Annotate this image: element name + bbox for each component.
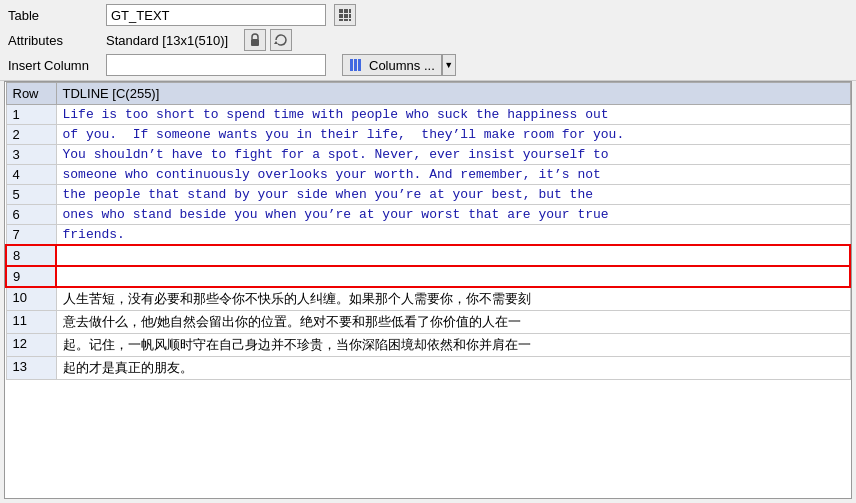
svg-rect-4 xyxy=(344,14,348,18)
row-number: 2 xyxy=(6,125,56,145)
row-content: someone who continuously overlooks your … xyxy=(56,165,850,185)
row-content xyxy=(56,266,850,287)
row-number: 5 xyxy=(6,185,56,205)
table-row: 10人生苦短，没有必要和那些令你不快乐的人纠缠。如果那个人需要你，你不需要刻 xyxy=(6,287,850,311)
lock-icon[interactable] xyxy=(244,29,266,51)
row-number: 1 xyxy=(6,105,56,125)
svg-rect-13 xyxy=(358,59,361,71)
attributes-value: Standard [13x1(510)] xyxy=(106,33,228,48)
row-number: 12 xyxy=(6,334,56,357)
svg-rect-9 xyxy=(251,39,259,46)
row-number: 10 xyxy=(6,287,56,311)
svg-rect-3 xyxy=(339,14,343,18)
refresh-icon[interactable] xyxy=(270,29,292,51)
table-row: Table xyxy=(8,4,848,26)
table-row: 8 xyxy=(6,245,850,266)
insert-column-input[interactable] xyxy=(106,54,326,76)
row-content: friends. xyxy=(56,225,850,246)
row-number: 3 xyxy=(6,145,56,165)
svg-rect-1 xyxy=(344,9,348,13)
svg-rect-7 xyxy=(344,19,348,21)
row-number: 9 xyxy=(6,266,56,287)
attributes-label: Attributes xyxy=(8,33,98,48)
row-content: 起。记住，一帆风顺时守在自己身边并不珍贵，当你深陷困境却依然和你并肩在一 xyxy=(56,334,850,357)
row-content xyxy=(56,245,850,266)
table-input[interactable] xyxy=(106,4,326,26)
table-body: 1Life is too short to spend time with pe… xyxy=(6,105,850,380)
data-table: Row TDLINE [C(255)] 1Life is too short t… xyxy=(5,82,851,380)
row-number: 8 xyxy=(6,245,56,266)
table-label: Table xyxy=(8,8,98,23)
insert-column-label: Insert Column xyxy=(8,58,98,73)
row-number: 13 xyxy=(6,357,56,380)
row-number: 7 xyxy=(6,225,56,246)
row-content: 起的才是真正的朋友。 xyxy=(56,357,850,380)
svg-rect-6 xyxy=(339,19,343,21)
table-header-row: Row TDLINE [C(255)] xyxy=(6,83,850,105)
columns-label: Columns ... xyxy=(369,58,435,73)
table-row: 1Life is too short to spend time with pe… xyxy=(6,105,850,125)
svg-rect-5 xyxy=(349,14,351,18)
table-row: 9 xyxy=(6,266,850,287)
toolbar: Table Attributes Standard [13x1(510 xyxy=(0,0,856,81)
col-header-row: Row xyxy=(6,83,56,105)
svg-rect-8 xyxy=(349,19,351,21)
row-number: 4 xyxy=(6,165,56,185)
table-row: 13起的才是真正的朋友。 xyxy=(6,357,850,380)
row-content: 意去做什么，他/她自然会留出你的位置。绝对不要和那些低看了你价值的人在一 xyxy=(56,311,850,334)
svg-rect-11 xyxy=(350,59,353,71)
insert-column-row: Insert Column Columns ... ▼ xyxy=(8,54,848,76)
svg-rect-0 xyxy=(339,9,343,13)
row-content: You shouldn’t have to fight for a spot. … xyxy=(56,145,850,165)
table-row: 3You shouldn’t have to fight for a spot.… xyxy=(6,145,850,165)
table-row: 11意去做什么，他/她自然会留出你的位置。绝对不要和那些低看了你价值的人在一 xyxy=(6,311,850,334)
data-table-container[interactable]: Row TDLINE [C(255)] 1Life is too short t… xyxy=(4,81,852,499)
columns-button[interactable]: Columns ... xyxy=(342,54,442,76)
svg-rect-2 xyxy=(349,9,351,13)
main-window: Table Attributes Standard [13x1(510 xyxy=(0,0,856,503)
columns-dropdown-arrow[interactable]: ▼ xyxy=(442,54,456,76)
row-number: 6 xyxy=(6,205,56,225)
table-row: 5the people that stand by your side when… xyxy=(6,185,850,205)
row-content: the people that stand by your side when … xyxy=(56,185,850,205)
table-row: 12起。记住，一帆风顺时守在自己身边并不珍贵，当你深陷困境却依然和你并肩在一 xyxy=(6,334,850,357)
svg-marker-10 xyxy=(274,41,278,44)
grid-icon[interactable] xyxy=(334,4,356,26)
row-content: of you. If someone wants you in their li… xyxy=(56,125,850,145)
table-row: 7friends. xyxy=(6,225,850,246)
table-row: 6ones who stand beside you when you’re a… xyxy=(6,205,850,225)
table-row: 4someone who continuously overlooks your… xyxy=(6,165,850,185)
row-content: 人生苦短，没有必要和那些令你不快乐的人纠缠。如果那个人需要你，你不需要刻 xyxy=(56,287,850,311)
table-row: 2of you. If someone wants you in their l… xyxy=(6,125,850,145)
row-content: Life is too short to spend time with peo… xyxy=(56,105,850,125)
svg-rect-12 xyxy=(354,59,357,71)
row-content: ones who stand beside you when you’re at… xyxy=(56,205,850,225)
col-header-tdline: TDLINE [C(255)] xyxy=(56,83,850,105)
row-number: 11 xyxy=(6,311,56,334)
attributes-row: Attributes Standard [13x1(510)] xyxy=(8,29,848,51)
